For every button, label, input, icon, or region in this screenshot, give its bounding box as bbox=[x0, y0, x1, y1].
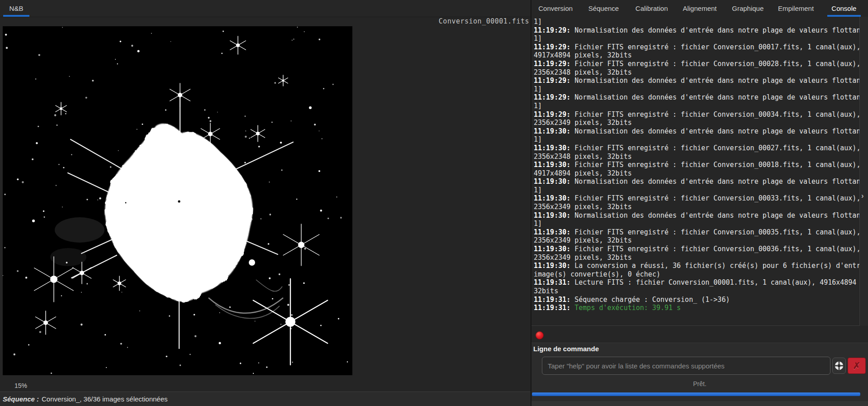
command-input[interactable] bbox=[542, 357, 830, 375]
console-line: 1] bbox=[534, 135, 859, 144]
console-line: 1] bbox=[534, 18, 859, 26]
chevron-right-icon[interactable]: › bbox=[861, 191, 864, 201]
console-line: 1] bbox=[534, 34, 859, 43]
console-line: 11:19:30:Fichier FITS enregistré : fichi… bbox=[534, 228, 859, 237]
fits-image[interactable] bbox=[3, 26, 352, 375]
console-line: 11:19:31:Temps d'exécution: 39.91 s bbox=[534, 304, 859, 312]
console-line: 1] bbox=[534, 220, 859, 228]
sequence-status-prefix: Séquence : bbox=[3, 395, 39, 403]
console-line: 11:19:30:Fichier FITS enregistré : fichi… bbox=[534, 245, 859, 253]
tab-alignement[interactable]: Alignement bbox=[676, 0, 724, 17]
console-line: 11:19:30:Normalisation des données d'ent… bbox=[534, 127, 859, 136]
console-line: 11:19:29:Normalisation des données d'ent… bbox=[534, 76, 859, 85]
console-line: 1] bbox=[534, 186, 859, 195]
tab-nb[interactable]: N&B bbox=[3, 0, 29, 17]
tools-tabbar: ConversionSéquenceCalibrationAlignementG… bbox=[531, 0, 868, 17]
console-line: 32bits bbox=[534, 287, 859, 296]
current-image-filename: Conversion_00001.fits bbox=[439, 17, 529, 25]
console-line: 2356x2348 pixels, 32bits bbox=[534, 153, 859, 161]
tab-label: Calibration bbox=[636, 5, 668, 12]
console-line: 11:19:29:Normalisation des données d'ent… bbox=[534, 26, 859, 35]
tab-conversion[interactable]: Conversion bbox=[531, 0, 579, 17]
console-line: image(s) convertie(s), 0 échec) bbox=[534, 270, 859, 279]
ready-status-text: Prêt. bbox=[531, 380, 868, 387]
console-line: 11:19:31:Lecture FITS : fichier Conversi… bbox=[534, 278, 859, 287]
tab-graphique[interactable]: Graphique bbox=[724, 0, 772, 17]
console-line: 2356x2349 pixels, 32bits bbox=[534, 236, 859, 245]
panel-expander-strip[interactable]: › bbox=[859, 17, 868, 326]
sequence-status-text: Conversion_, 36/36 images sélectionnées bbox=[42, 395, 168, 403]
console-log-lines: 1]11:19:29:Normalisation des données d'e… bbox=[531, 17, 859, 312]
active-tab-underline bbox=[3, 15, 29, 17]
image-viewport[interactable]: Conversion_00001.fits 15% bbox=[0, 17, 531, 392]
console-line: 11:19:29:Fichier FITS enregistré : fichi… bbox=[534, 110, 859, 119]
command-help-button[interactable] bbox=[832, 358, 846, 374]
image-panel-tabbar: N&B bbox=[0, 0, 531, 17]
tab-nb-label: N&B bbox=[9, 5, 24, 12]
console-log-view[interactable]: 1]11:19:29:Normalisation des données d'e… bbox=[531, 17, 859, 326]
console-line: 11:19:31:Séquence chargée : Conversion_ … bbox=[534, 296, 859, 304]
console-line: 11:19:30:Fichier FITS enregistré : fichi… bbox=[534, 161, 859, 169]
console-line: 2356x2348 pixels, 32bits bbox=[534, 68, 859, 77]
clear-command-button[interactable]: ✗ bbox=[848, 358, 866, 374]
command-line-section-label: Ligne de commande bbox=[533, 345, 599, 353]
lifebuoy-icon bbox=[834, 361, 844, 371]
tab-séquence[interactable]: Séquence bbox=[579, 0, 627, 17]
console-line: 11:19:30:La conversion a réussi, 36 fich… bbox=[534, 262, 859, 270]
console-line: 11:19:30:Fichier FITS enregistré : fichi… bbox=[534, 144, 859, 153]
tab-label: Console bbox=[831, 5, 856, 12]
console-line: 11:19:30:Normalisation des données d'ent… bbox=[534, 177, 859, 186]
tab-calibration[interactable]: Calibration bbox=[628, 0, 676, 17]
sequence-statusbar: Séquence : Conversion_, 36/36 images sél… bbox=[0, 392, 531, 406]
tab-empilement[interactable]: Empilement bbox=[772, 0, 820, 17]
console-line: 11:19:29:Fichier FITS enregistré : fichi… bbox=[534, 60, 859, 68]
tab-label: Alignement bbox=[683, 5, 716, 12]
image-panel: N&B Conversion_00001.fits 15% Séquence :… bbox=[0, 0, 531, 406]
progress-bar bbox=[532, 392, 860, 396]
bottom-strip bbox=[531, 401, 868, 406]
console-line: 1] bbox=[534, 85, 859, 94]
tab-label: Séquence bbox=[588, 5, 619, 12]
clear-x-icon: ✗ bbox=[853, 360, 861, 371]
console-line: 1] bbox=[534, 102, 859, 110]
processing-status-led-icon bbox=[536, 331, 544, 339]
progress-bar-fill bbox=[532, 392, 860, 396]
console-line: 2356x2349 pixels, 32bits bbox=[534, 253, 859, 262]
tab-console[interactable]: Console bbox=[820, 0, 868, 17]
tab-label: Empilement bbox=[778, 5, 814, 12]
tab-label: Graphique bbox=[732, 5, 764, 12]
console-line: 4917x4894 pixels, 32bits bbox=[534, 51, 859, 60]
tools-panel: ConversionSéquenceCalibrationAlignementG… bbox=[531, 0, 868, 406]
console-line: 11:19:29:Fichier FITS enregistré : fichi… bbox=[534, 43, 859, 52]
console-line: 11:19:30:Normalisation des données d'ent… bbox=[534, 211, 859, 220]
console-line: 2356x2349 pixels, 32bits bbox=[534, 203, 859, 211]
tab-label: Conversion bbox=[538, 5, 573, 12]
console-line: 11:19:30:Fichier FITS enregistré : fichi… bbox=[534, 194, 859, 203]
console-line: 4917x4894 pixels, 32bits bbox=[534, 169, 859, 178]
console-line: 2356x2349 pixels, 32bits bbox=[534, 119, 859, 127]
console-line: 11:19:29:Normalisation des données d'ent… bbox=[534, 93, 859, 102]
zoom-level-indicator: 15% bbox=[14, 382, 27, 389]
